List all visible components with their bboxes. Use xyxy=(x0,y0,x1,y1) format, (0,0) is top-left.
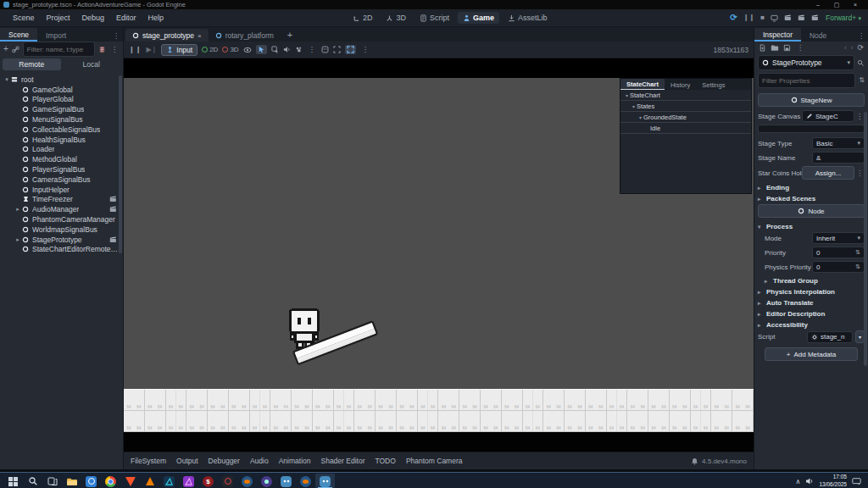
scene-tree-node-inputhelper[interactable]: InputHelper xyxy=(0,185,123,195)
scene-tree-node-loader[interactable]: Loader xyxy=(0,145,123,155)
scene-tree-node-timefreezer[interactable]: TimeFreezer xyxy=(0,195,123,205)
scene-tree-node-root[interactable]: ▾root xyxy=(0,75,123,85)
scene-tree-node-menusignalbus[interactable]: MenuSignalBus xyxy=(0,114,123,125)
scene-tree-node-statecharteditorremotecontrol[interactable]: StateChartEditorRemoteControl xyxy=(0,245,123,255)
tree-arrow-icon[interactable]: ▸ xyxy=(14,206,21,213)
volume-icon[interactable] xyxy=(805,477,814,485)
filter-properties-input[interactable] xyxy=(758,73,855,88)
tab-inspector[interactable]: Inspector xyxy=(754,28,801,42)
scene-tree-node-stageprototype[interactable]: ▸StagePrototype xyxy=(0,235,123,245)
statechart-node-states[interactable]: ▾States xyxy=(620,101,751,112)
input-mode-button[interactable]: Input xyxy=(161,44,198,56)
resource-chip-stage-canvas[interactable]: StageC xyxy=(802,110,854,122)
taskbar-app-blue-icon[interactable] xyxy=(81,474,101,488)
close-tab-icon[interactable]: × xyxy=(198,32,202,40)
taskbar-app-dark-icon[interactable] xyxy=(218,474,237,488)
minimize-button[interactable]: – xyxy=(809,2,827,8)
menu-project[interactable]: Project xyxy=(41,14,76,22)
select-stage-type[interactable]: Basic▾ xyxy=(812,137,865,149)
scene-tree-node-playersignalbus[interactable]: PlayerSignalBus xyxy=(0,164,123,175)
spin-field-priority[interactable]: 0⇅ xyxy=(812,247,865,258)
workspace-game[interactable]: Game xyxy=(458,12,499,24)
scene-tree-node-gamesignalbus[interactable]: GameSignalBus xyxy=(0,104,123,114)
taskbar-windows-start-icon[interactable] xyxy=(3,474,23,488)
tree-arrow-icon[interactable]: ▸ xyxy=(14,236,21,243)
bottom-panel-animation[interactable]: Animation xyxy=(279,457,311,465)
scene-tree-node-camerasignalbus[interactable]: CameraSignalBus xyxy=(0,175,123,185)
bottom-panel-todo[interactable]: TODO xyxy=(375,457,395,465)
scene-tree-node-audiomanager[interactable]: ▸AudioManager xyxy=(0,204,123,214)
pause-game-icon[interactable]: ❙❙ xyxy=(129,47,142,53)
tab-menu-icon[interactable]: ⋮ xyxy=(854,32,868,42)
taskbar-brave-icon[interactable] xyxy=(120,474,140,488)
next-frame-icon[interactable]: ▶❘ xyxy=(146,47,157,53)
physics-toggle-icon[interactable] xyxy=(295,46,303,53)
menu-debug[interactable]: Debug xyxy=(76,14,111,22)
spinner-updown-icon[interactable]: ⇅ xyxy=(855,249,860,256)
section-editor-description[interactable]: ▸Editor Description xyxy=(758,308,865,319)
property-sort-icon[interactable]: ⇅ xyxy=(859,77,865,84)
save-resource-icon[interactable] xyxy=(783,44,791,52)
taskbar-app-red-dollar-icon[interactable]: $ xyxy=(198,474,218,488)
load-resource-icon[interactable] xyxy=(771,44,779,52)
section-auto-translate[interactable]: ▸Auto Translate xyxy=(758,297,865,308)
workspace-2d[interactable]: 2D xyxy=(348,12,378,24)
clapper-icon[interactable] xyxy=(109,236,117,243)
history-forward-icon[interactable]: › xyxy=(851,45,854,52)
menu-editor[interactable]: Editor xyxy=(110,14,142,22)
select-2d-button[interactable]: 2D xyxy=(202,47,218,53)
scene-dock-menu-icon[interactable]: ⋮ xyxy=(109,46,120,53)
taskbar-affinity-designer-icon[interactable] xyxy=(159,474,179,488)
node-select-icon[interactable] xyxy=(271,46,279,53)
instance-scene-icon[interactable] xyxy=(12,46,19,53)
attach-script-icon[interactable] xyxy=(98,46,106,53)
history-back-icon[interactable]: ‹ xyxy=(844,45,847,52)
select-mode[interactable]: Inherit▾ xyxy=(812,232,865,244)
taskbar-app-purple-icon[interactable] xyxy=(257,474,276,488)
history-icon[interactable]: ⟳ xyxy=(857,44,864,52)
taskbar-godot-active-icon[interactable] xyxy=(315,474,335,488)
bottom-panel-debugger[interactable]: Debugger xyxy=(209,457,240,465)
select-tool-icon[interactable] xyxy=(256,45,267,54)
collapse-arrow-icon[interactable]: ▾ xyxy=(631,103,637,109)
section-physics-interpolation[interactable]: ▸Physics Interpolation xyxy=(758,286,865,297)
collapse-arrow-icon[interactable]: ▾ xyxy=(637,114,643,120)
taskbar-search-icon[interactable] xyxy=(23,474,42,488)
frame-region-icon[interactable] xyxy=(333,46,341,53)
taskbar-vlc-icon[interactable] xyxy=(140,474,159,488)
empty-value-field[interactable] xyxy=(758,125,865,133)
taskbar-file-explorer-icon[interactable] xyxy=(62,474,81,488)
camera-options-menu-icon[interactable]: ⋮ xyxy=(307,46,317,53)
bottom-panel-output[interactable]: Output xyxy=(176,457,198,465)
taskbar-task-view-icon[interactable] xyxy=(42,474,62,488)
remote-window-icon[interactable] xyxy=(771,14,778,22)
close-button[interactable]: × xyxy=(846,2,865,8)
play-scene-icon[interactable] xyxy=(784,14,792,21)
statechart-node-idle[interactable]: Idle xyxy=(620,123,751,134)
menu-help[interactable]: Help xyxy=(142,14,170,22)
open-docs-icon[interactable] xyxy=(857,59,865,67)
scene-tree-scrollbar[interactable] xyxy=(119,75,122,253)
workspace-3d[interactable]: 3D xyxy=(381,12,411,24)
taskbar-chrome-icon[interactable] xyxy=(101,474,120,488)
section-ending[interactable]: ▸Ending xyxy=(758,182,865,193)
movie-mode-icon[interactable] xyxy=(811,14,819,21)
text-field-stage-name[interactable]: & xyxy=(812,152,865,164)
section-packed-scenes[interactable]: ▸Packed Scenes xyxy=(758,193,865,204)
section-thread-group[interactable]: ▸Thread Group xyxy=(758,275,865,286)
taskbar-blender-2-icon[interactable] xyxy=(296,474,315,488)
scene-tree-node-playerglobal[interactable]: PlayerGlobal xyxy=(0,95,123,105)
assign-button-star-coins-hold[interactable]: Assign... xyxy=(802,166,854,180)
embed-options-menu-icon[interactable]: ⋮ xyxy=(360,46,370,53)
tree-arrow-icon[interactable]: ▾ xyxy=(3,76,10,83)
game-viewport[interactable]: 6464646464646464646464646464646464646464… xyxy=(124,58,754,452)
workspace-script[interactable]: Script xyxy=(415,12,454,24)
scene-tree-node-worldmapsignalbus[interactable]: WorldmapSignalBus xyxy=(0,225,123,235)
stop-icon[interactable]: ■ xyxy=(760,14,765,21)
tab-node[interactable]: Node xyxy=(801,29,835,42)
statechart-tab-statechart[interactable]: StateChart xyxy=(620,79,665,90)
spinner-updown-icon[interactable]: ⇅ xyxy=(855,263,860,270)
scene-tree-node-healthsignalbus[interactable]: HealthSignalBus xyxy=(0,135,123,145)
tab-import[interactable]: Import xyxy=(37,29,75,42)
notification-bell-icon[interactable] xyxy=(691,458,698,465)
